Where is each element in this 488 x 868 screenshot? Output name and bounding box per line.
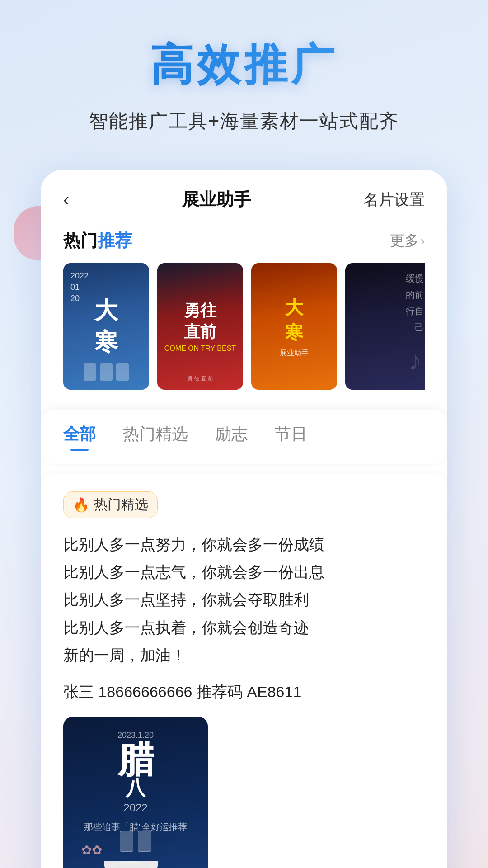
tab-holiday[interactable]: 节日 xyxy=(275,423,307,451)
content-badge: 🔥 热门精选 xyxy=(63,491,158,518)
card-yong-wang[interactable]: 勇往直前 COME ON TRY BEST 勇 往 直 前 xyxy=(157,263,243,390)
screen-title: 展业助手 xyxy=(182,188,251,211)
subtitle: 智能推广工具+海量素材一站式配齐 xyxy=(27,108,461,134)
post-terminal-2 xyxy=(138,831,151,852)
post-terminal-1 xyxy=(120,831,133,852)
text-line-5: 新的一周，加油！ xyxy=(63,642,425,669)
card-3-title: 大寒 xyxy=(285,295,303,345)
card-2-sub-text: COME ON TRY BEST xyxy=(164,344,236,353)
badge-label: 热门精选 xyxy=(94,495,148,514)
top-bar: ‹ 展业助手 名片设置 xyxy=(41,170,447,220)
terminal-icons xyxy=(84,363,129,381)
post-ba-char: 八 xyxy=(126,778,145,798)
fire-icon: 🔥 xyxy=(73,497,89,513)
card-date: 20220120 xyxy=(70,270,89,305)
name-card-settings[interactable]: 名片设置 xyxy=(363,189,425,210)
card-1-content: 20220120 大寒 xyxy=(63,263,149,390)
terminal-box-1 xyxy=(84,363,96,381)
main-title: 高效推广 xyxy=(27,36,461,95)
hot-header: 热门推荐 更多 › xyxy=(63,229,425,252)
post-img-content: 2023.1.20 腊 八 2022 那些追事「腊"全好运推荐 xyxy=(63,717,208,868)
bowl-group: ✿✿ xyxy=(104,856,167,868)
card-da-han-blue[interactable]: 20220120 大寒 xyxy=(63,263,149,390)
contact-info: 张三 18666666666 推荐码 AE8611 xyxy=(63,682,425,703)
post-year: 2022 xyxy=(123,802,147,814)
phone-card: ‹ 展业助手 名片设置 热门推荐 更多 › xyxy=(41,170,447,868)
post-la-char: 腊 xyxy=(117,742,154,778)
card-big-text: 大寒 xyxy=(94,295,118,358)
header-section: 高效推广 智能推广工具+海量素材一站式配齐 xyxy=(0,0,488,152)
hot-section: 热门推荐 更多 › 20220120 大寒 xyxy=(41,220,447,401)
card-3-subtitle: 展业助手 xyxy=(280,349,309,358)
hot-title-part2: 推荐 xyxy=(98,231,132,250)
hot-title: 热门推荐 xyxy=(63,229,132,252)
card-2-main-text: 勇往直前 xyxy=(184,300,216,343)
card-4-content: 缓慢的前行自己 ♪ xyxy=(345,263,425,390)
card-2-bottom-text: 勇 往 直 前 xyxy=(187,375,213,382)
post-image[interactable]: 2023.1.20 腊 八 2022 那些追事「腊"全好运推荐 xyxy=(63,717,208,868)
text-line-2: 比别人多一点志气，你就会多一份出息 xyxy=(63,558,425,586)
motivational-text: 比别人多一点努力，你就会多一份成绩 比别人多一点志气，你就会多一份出息 比别人多… xyxy=(63,531,425,669)
more-link[interactable]: 更多 › xyxy=(390,231,425,251)
plum-icon: ✿✿ xyxy=(81,843,102,858)
hot-title-part1: 热门 xyxy=(63,231,98,250)
text-line-4: 比别人多一点执着，你就会创造奇迹 xyxy=(63,614,425,642)
bowl-shape xyxy=(104,861,158,868)
card-da-han-orange[interactable]: 大寒 展业助手 xyxy=(251,263,337,390)
back-button[interactable]: ‹ xyxy=(63,189,69,210)
content-card: 🔥 热门精选 比别人多一点努力，你就会多一份成绩 比别人多一点志气，你就会多一份… xyxy=(41,473,447,868)
card-4-text: 缓慢的前行自己 xyxy=(406,270,424,335)
bowl-inner xyxy=(113,861,149,868)
card-dark-music[interactable]: 缓慢的前行自己 ♪ xyxy=(345,263,425,390)
tab-inspirational[interactable]: 励志 xyxy=(215,423,248,451)
tabs-row: 全部 热门精选 励志 节日 xyxy=(63,423,425,451)
tab-all[interactable]: 全部 xyxy=(63,423,96,451)
terminal-box-2 xyxy=(100,363,113,381)
image-cards-row: 20220120 大寒 勇往直前 xyxy=(63,263,425,390)
post-date: 2023.1.20 xyxy=(117,731,154,740)
tab-hot-picks[interactable]: 热门精选 xyxy=(123,423,188,451)
text-line-3: 比别人多一点坚持，你就会夺取胜利 xyxy=(63,586,425,613)
card-3-content: 大寒 展业助手 xyxy=(251,263,337,390)
terminal-box-3 xyxy=(116,363,129,381)
tabs-section: 全部 热门精选 励志 节日 xyxy=(41,410,447,464)
card-2-content: 勇往直前 COME ON TRY BEST 勇 往 直 前 xyxy=(157,263,243,390)
music-note-icon: ♪ xyxy=(408,345,422,376)
chevron-right-icon: › xyxy=(421,234,425,248)
more-label: 更多 xyxy=(390,231,419,251)
post-terminals xyxy=(120,831,151,852)
phone-mockup: ‹ 展业助手 名片设置 热门推荐 更多 › xyxy=(41,170,447,868)
text-line-1: 比别人多一点努力，你就会多一份成绩 xyxy=(63,531,425,558)
bowl-decoration: ✿✿ xyxy=(104,831,167,868)
